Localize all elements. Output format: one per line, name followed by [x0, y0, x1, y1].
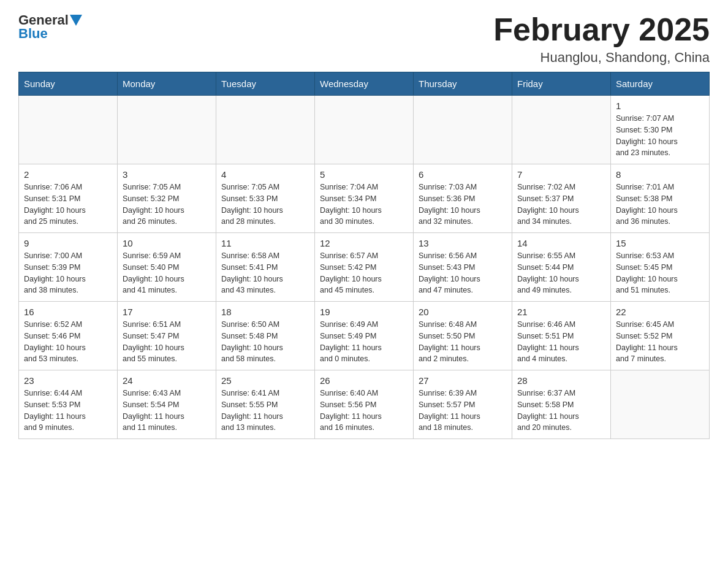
day-info: Sunrise: 6:39 AM Sunset: 5:57 PM Dayligh…	[419, 388, 507, 434]
calendar-cell: 5Sunrise: 7:04 AM Sunset: 5:34 PM Daylig…	[315, 164, 414, 233]
week-row-1: 1Sunrise: 7:07 AM Sunset: 5:30 PM Daylig…	[19, 96, 710, 164]
day-number: 3	[123, 169, 211, 180]
day-info: Sunrise: 6:48 AM Sunset: 5:50 PM Dayligh…	[419, 319, 507, 365]
day-info: Sunrise: 6:50 AM Sunset: 5:48 PM Dayligh…	[221, 319, 309, 365]
day-number: 13	[419, 238, 507, 248]
day-info: Sunrise: 6:37 AM Sunset: 5:58 PM Dayligh…	[517, 388, 605, 434]
calendar-cell: 3Sunrise: 7:05 AM Sunset: 5:32 PM Daylig…	[118, 164, 216, 233]
day-info: Sunrise: 7:01 AM Sunset: 5:38 PM Dayligh…	[616, 182, 704, 228]
day-number: 26	[320, 375, 408, 386]
calendar-cell	[611, 370, 710, 439]
day-number: 23	[24, 375, 112, 386]
header-day-sunday: Sunday	[19, 72, 118, 96]
day-number: 28	[517, 375, 605, 386]
day-number: 20	[419, 307, 507, 317]
calendar-cell: 4Sunrise: 7:05 AM Sunset: 5:33 PM Daylig…	[216, 164, 315, 233]
day-number: 16	[24, 307, 112, 317]
day-info: Sunrise: 6:45 AM Sunset: 5:52 PM Dayligh…	[616, 319, 704, 365]
day-info: Sunrise: 7:07 AM Sunset: 5:30 PM Dayligh…	[616, 113, 704, 159]
calendar-header: SundayMondayTuesdayWednesdayThursdayFrid…	[19, 72, 710, 96]
day-info: Sunrise: 7:05 AM Sunset: 5:33 PM Dayligh…	[221, 182, 309, 228]
day-info: Sunrise: 6:52 AM Sunset: 5:46 PM Dayligh…	[24, 319, 112, 365]
day-number: 19	[320, 307, 408, 317]
day-info: Sunrise: 6:40 AM Sunset: 5:56 PM Dayligh…	[320, 388, 408, 434]
calendar-cell: 23Sunrise: 6:44 AM Sunset: 5:53 PM Dayli…	[19, 370, 118, 439]
calendar-table: SundayMondayTuesdayWednesdayThursdayFrid…	[18, 72, 710, 439]
day-info: Sunrise: 7:05 AM Sunset: 5:32 PM Dayligh…	[123, 182, 211, 228]
logo-blue: Blue	[18, 26, 82, 42]
day-number: 10	[123, 238, 211, 248]
day-number: 11	[221, 238, 309, 248]
day-info: Sunrise: 7:06 AM Sunset: 5:31 PM Dayligh…	[24, 182, 112, 228]
day-info: Sunrise: 6:58 AM Sunset: 5:41 PM Dayligh…	[221, 250, 309, 296]
calendar-cell: 14Sunrise: 6:55 AM Sunset: 5:44 PM Dayli…	[512, 233, 611, 302]
day-number: 17	[123, 307, 211, 317]
calendar-cell: 24Sunrise: 6:43 AM Sunset: 5:54 PM Dayli…	[118, 370, 216, 439]
day-info: Sunrise: 6:56 AM Sunset: 5:43 PM Dayligh…	[419, 250, 507, 296]
calendar-cell	[315, 96, 414, 164]
calendar-body: 1Sunrise: 7:07 AM Sunset: 5:30 PM Daylig…	[19, 96, 710, 439]
calendar-cell: 11Sunrise: 6:58 AM Sunset: 5:41 PM Dayli…	[216, 233, 315, 302]
day-number: 4	[221, 169, 309, 180]
calendar-cell: 19Sunrise: 6:49 AM Sunset: 5:49 PM Dayli…	[315, 302, 414, 370]
calendar-cell: 28Sunrise: 6:37 AM Sunset: 5:58 PM Dayli…	[512, 370, 611, 439]
day-info: Sunrise: 6:44 AM Sunset: 5:53 PM Dayligh…	[24, 388, 112, 434]
calendar-cell: 18Sunrise: 6:50 AM Sunset: 5:48 PM Dayli…	[216, 302, 315, 370]
day-info: Sunrise: 6:46 AM Sunset: 5:51 PM Dayligh…	[517, 319, 605, 365]
day-info: Sunrise: 6:49 AM Sunset: 5:49 PM Dayligh…	[320, 319, 408, 365]
week-row-4: 16Sunrise: 6:52 AM Sunset: 5:46 PM Dayli…	[19, 302, 710, 370]
calendar-cell: 9Sunrise: 7:00 AM Sunset: 5:39 PM Daylig…	[19, 233, 118, 302]
day-info: Sunrise: 7:03 AM Sunset: 5:36 PM Dayligh…	[419, 182, 507, 228]
calendar-cell: 8Sunrise: 7:01 AM Sunset: 5:38 PM Daylig…	[611, 164, 710, 233]
title-block: February 2025 Huanglou, Shandong, China	[493, 12, 710, 66]
logo: General Blue	[18, 12, 82, 42]
day-number: 12	[320, 238, 408, 248]
day-info: Sunrise: 6:51 AM Sunset: 5:47 PM Dayligh…	[123, 319, 211, 365]
calendar-cell: 27Sunrise: 6:39 AM Sunset: 5:57 PM Dayli…	[414, 370, 512, 439]
day-number: 25	[221, 375, 309, 386]
calendar-cell	[414, 96, 512, 164]
calendar-cell: 22Sunrise: 6:45 AM Sunset: 5:52 PM Dayli…	[611, 302, 710, 370]
week-row-5: 23Sunrise: 6:44 AM Sunset: 5:53 PM Dayli…	[19, 370, 710, 439]
day-number: 18	[221, 307, 309, 317]
calendar-cell: 7Sunrise: 7:02 AM Sunset: 5:37 PM Daylig…	[512, 164, 611, 233]
day-number: 15	[616, 238, 704, 248]
day-number: 24	[123, 375, 211, 386]
week-row-2: 2Sunrise: 7:06 AM Sunset: 5:31 PM Daylig…	[19, 164, 710, 233]
calendar-cell: 26Sunrise: 6:40 AM Sunset: 5:56 PM Dayli…	[315, 370, 414, 439]
day-info: Sunrise: 6:53 AM Sunset: 5:45 PM Dayligh…	[616, 250, 704, 296]
day-number: 21	[517, 307, 605, 317]
day-info: Sunrise: 6:41 AM Sunset: 5:55 PM Dayligh…	[221, 388, 309, 434]
svg-marker-0	[70, 15, 82, 26]
day-number: 7	[517, 169, 605, 180]
calendar-cell	[216, 96, 315, 164]
header-row: SundayMondayTuesdayWednesdayThursdayFrid…	[19, 72, 710, 96]
header-day-friday: Friday	[512, 72, 611, 96]
week-row-3: 9Sunrise: 7:00 AM Sunset: 5:39 PM Daylig…	[19, 233, 710, 302]
calendar-cell	[512, 96, 611, 164]
day-number: 1	[616, 101, 704, 111]
day-info: Sunrise: 7:02 AM Sunset: 5:37 PM Dayligh…	[517, 182, 605, 228]
header-day-monday: Monday	[118, 72, 216, 96]
calendar-cell	[19, 96, 118, 164]
day-number: 6	[419, 169, 507, 180]
header-day-saturday: Saturday	[611, 72, 710, 96]
page-subtitle: Huanglou, Shandong, China	[493, 50, 710, 66]
calendar-cell: 6Sunrise: 7:03 AM Sunset: 5:36 PM Daylig…	[414, 164, 512, 233]
day-number: 8	[616, 169, 704, 180]
day-number: 22	[616, 307, 704, 317]
calendar-cell: 15Sunrise: 6:53 AM Sunset: 5:45 PM Dayli…	[611, 233, 710, 302]
day-number: 9	[24, 238, 112, 248]
day-info: Sunrise: 6:55 AM Sunset: 5:44 PM Dayligh…	[517, 250, 605, 296]
header-day-wednesday: Wednesday	[315, 72, 414, 96]
calendar-cell: 17Sunrise: 6:51 AM Sunset: 5:47 PM Dayli…	[118, 302, 216, 370]
day-number: 27	[419, 375, 507, 386]
calendar-cell: 25Sunrise: 6:41 AM Sunset: 5:55 PM Dayli…	[216, 370, 315, 439]
day-info: Sunrise: 7:04 AM Sunset: 5:34 PM Dayligh…	[320, 182, 408, 228]
calendar-cell: 1Sunrise: 7:07 AM Sunset: 5:30 PM Daylig…	[611, 96, 710, 164]
day-number: 2	[24, 169, 112, 180]
calendar-cell: 13Sunrise: 6:56 AM Sunset: 5:43 PM Dayli…	[414, 233, 512, 302]
calendar-cell: 21Sunrise: 6:46 AM Sunset: 5:51 PM Dayli…	[512, 302, 611, 370]
calendar-cell: 16Sunrise: 6:52 AM Sunset: 5:46 PM Dayli…	[19, 302, 118, 370]
logo-arrow-icon	[70, 15, 82, 27]
